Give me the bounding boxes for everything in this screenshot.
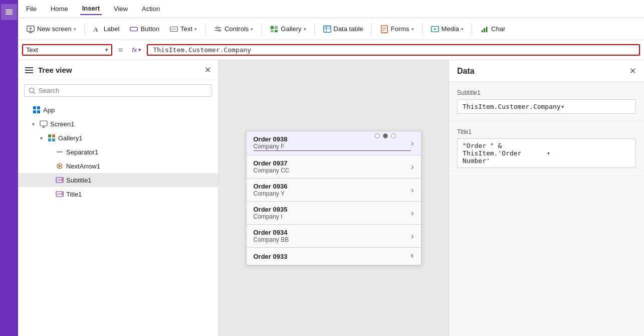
search-input-wrap <box>24 84 212 97</box>
search-icon <box>29 87 36 94</box>
svg-marker-28 <box>434 28 437 30</box>
media-button[interactable]: Media ▾ <box>426 23 468 36</box>
gallery-item-content-3: Order 0935 Company I <box>254 206 411 220</box>
data-panel-close-button[interactable]: ✕ <box>629 66 636 76</box>
data-field-title1-label: Title1 <box>457 128 636 135</box>
tree-item-gallery1[interactable]: ▾ Gallery1 <box>18 131 218 145</box>
data-field-title1: Title1 "Order " & ThisItem.'Order Number… <box>449 121 644 176</box>
hamburger-icon[interactable] <box>25 67 33 73</box>
subtitle1-label: Subtitle1 <box>66 177 92 184</box>
data-field-subtitle1-value[interactable]: ThisItem.Customer.Company ▾ <box>457 99 636 114</box>
data-field-subtitle1-label: Subtitle1 <box>457 89 636 96</box>
svg-rect-41 <box>48 134 51 137</box>
controls-btn-label: Controls <box>225 25 249 33</box>
title1-icon <box>55 190 64 199</box>
gallery-item-content-5: Order 0933 <box>254 253 411 260</box>
media-btn-label: Media <box>442 25 459 33</box>
gallery-item-subtitle-3: Company I <box>254 213 411 220</box>
nav-layers-icon[interactable] <box>1 4 17 20</box>
property-selector[interactable]: Text ▾ <box>22 44 112 56</box>
svg-rect-16 <box>271 26 274 29</box>
nextarrow1-label: NextArrow1 <box>66 162 100 170</box>
tree-view-close-button[interactable]: ✕ <box>204 65 211 75</box>
new-screen-button[interactable]: New screen ▾ <box>22 23 80 36</box>
menu-home[interactable]: Home <box>49 3 70 15</box>
toolbar-sep-5 <box>371 23 372 35</box>
forms-chevron: ▾ <box>411 27 414 32</box>
gallery-item-subtitle-0: Company F <box>254 143 411 151</box>
tree-item-title1[interactable]: Title1 <box>18 187 218 201</box>
app-label: App <box>43 106 55 114</box>
svg-rect-42 <box>52 134 55 137</box>
data-field-subtitle1-text: ThisItem.Customer.Company <box>463 103 561 110</box>
gallery1-label: Gallery1 <box>58 134 82 142</box>
gallery-item-5[interactable]: Order 0933 › <box>247 248 421 265</box>
new-screen-label: New screen <box>37 25 72 33</box>
svg-rect-20 <box>323 26 330 32</box>
gallery-item-title-1: Order 0937 <box>254 159 411 167</box>
gallery-item-2[interactable]: Order 0936 Company Y › <box>247 179 421 202</box>
formula-bar: Text ▾ = fx ▾ ThisItem.Customer.Company <box>18 40 644 60</box>
formula-fx-button[interactable]: fx ▾ <box>129 45 144 55</box>
gallery-item-subtitle-2: Company Y <box>254 190 411 197</box>
tree-item-nextarrow1[interactable]: NextArrow1 <box>18 159 218 173</box>
forms-button[interactable]: Forms ▾ <box>376 23 418 36</box>
button-button[interactable]: Button <box>125 23 163 36</box>
svg-rect-34 <box>33 106 36 109</box>
svg-point-15 <box>219 29 221 31</box>
data-panel: Data ✕ Subtitle1 ThisItem.Customer.Compa… <box>449 60 644 336</box>
gallery-item-0[interactable]: Order 0938 Company F › <box>247 131 421 155</box>
data-field-title1-chevron: ▾ <box>547 149 631 157</box>
toolbar-sep-1 <box>84 23 85 35</box>
text-btn-label: Text <box>180 25 192 33</box>
svg-rect-43 <box>48 138 51 141</box>
chart-button[interactable]: Char <box>476 23 509 36</box>
svg-rect-38 <box>40 121 47 126</box>
new-screen-chevron: ▾ <box>74 27 76 32</box>
screen1-icon <box>39 119 48 128</box>
tree-item-subtitle1[interactable]: Subtitle1 <box>18 173 218 187</box>
gallery-chevron: ▾ <box>304 27 306 32</box>
svg-rect-0 <box>6 10 13 11</box>
formula-equals: = <box>115 46 126 55</box>
tree-item-screen1[interactable]: ▾ Screen1 <box>18 117 218 131</box>
formula-input[interactable]: ThisItem.Customer.Company <box>147 44 640 56</box>
handle-3[interactable] <box>391 133 396 138</box>
svg-rect-9 <box>130 27 137 31</box>
chart-btn-label: Char <box>491 25 505 33</box>
svg-rect-18 <box>271 30 274 32</box>
gallery-item-4[interactable]: Order 0934 Company BB › <box>247 225 421 248</box>
toolbar-sep-6 <box>422 23 422 35</box>
gallery-button[interactable]: Gallery ▾ <box>266 23 310 36</box>
data-table-button[interactable]: Data table <box>319 23 367 36</box>
property-label: Text <box>26 46 105 54</box>
label-button[interactable]: A Label <box>89 23 124 36</box>
menu-action[interactable]: Action <box>140 3 162 15</box>
property-chevron: ▾ <box>105 47 108 53</box>
gallery-item-3[interactable]: Order 0935 Company I › <box>247 202 421 225</box>
button-btn-label: Button <box>140 25 159 33</box>
tree-item-app[interactable]: App <box>18 103 218 117</box>
formula-value: ThisItem.Customer.Company <box>153 46 251 54</box>
data-field-subtitle1-chevron: ▾ <box>561 103 630 110</box>
svg-rect-37 <box>37 110 40 113</box>
handle-1[interactable] <box>375 133 380 138</box>
canvas-frame: Order 0938 Company F › <box>246 131 421 265</box>
svg-rect-36 <box>33 110 36 113</box>
gallery-arrow-2: › <box>411 186 413 195</box>
svg-rect-19 <box>275 30 278 32</box>
menu-insert[interactable]: Insert <box>80 3 102 15</box>
menu-file[interactable]: File <box>24 3 39 15</box>
data-field-title1-text: "Order " & ThisItem.'Order Number' <box>463 142 547 164</box>
text-button[interactable]: Text ▾ <box>165 23 201 36</box>
handle-2[interactable] <box>383 133 388 138</box>
data-field-title1-value[interactable]: "Order " & ThisItem.'Order Number' ▾ <box>457 138 636 168</box>
nextarrow1-icon <box>55 161 64 171</box>
search-input[interactable] <box>39 87 207 94</box>
menu-view[interactable]: View <box>112 3 130 15</box>
controls-button[interactable]: Controls ▾ <box>209 23 257 36</box>
gallery-item-1[interactable]: Order 0937 Company CC › <box>247 155 421 179</box>
tree-item-separator1[interactable]: Separator1 <box>18 145 218 159</box>
nav-bar <box>0 0 18 336</box>
svg-point-32 <box>30 88 34 92</box>
